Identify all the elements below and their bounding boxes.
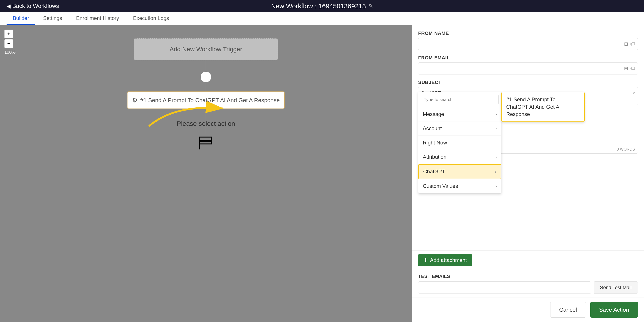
- test-emails-section: TEST EMAILS Send Test Mail: [412, 270, 644, 297]
- menu-item-attribution-label: Attribution: [423, 154, 446, 160]
- back-label: Back to Workflows: [12, 3, 59, 10]
- menu-item-right-now-label: Right Now: [423, 140, 447, 146]
- from-name-icons: ⊞ 🏷: [624, 41, 635, 47]
- action-label: #1 Send A Prompt To ChatGPT AI And Get A…: [140, 97, 280, 104]
- add-attachment-label: Add attachment: [430, 257, 467, 263]
- title-text: New Workflow : 1694501369213: [271, 3, 366, 10]
- zoom-in-button[interactable]: +: [4, 30, 13, 38]
- menu-chevron-message: ›: [496, 112, 497, 117]
- from-name-label: FROM NAME: [418, 31, 638, 36]
- canvas-area: + − 100% Add New Workflow Trigger + ⚙ #1…: [0, 25, 412, 322]
- menu-item-attribution[interactable]: Attribution ›: [418, 150, 501, 164]
- zoom-out-button[interactable]: −: [4, 39, 13, 48]
- test-emails-label: TEST EMAILS: [418, 273, 638, 279]
- send-test-mail-button[interactable]: Send Test Mail: [594, 281, 638, 294]
- add-node-button[interactable]: +: [200, 71, 212, 83]
- menu-item-chatgpt[interactable]: ChatGPT ›: [418, 164, 501, 179]
- variable-icon-2: ⊞: [624, 66, 628, 72]
- add-workflow-trigger-box[interactable]: Add New Workflow Trigger: [134, 38, 278, 60]
- connector-line-2: [206, 83, 206, 91]
- menu-item-account[interactable]: Account ›: [418, 121, 501, 136]
- menu-item-custom-values-label: Custom Values: [423, 183, 458, 189]
- tag-icon-2: 🏷: [630, 66, 635, 72]
- connector-line-1: [206, 60, 206, 71]
- attachment-icon: ⬆: [424, 257, 428, 263]
- subject-bar-right: ×: [632, 90, 635, 96]
- chatgpt-sub-menu: #1 Send A Prompt To ChatGPT AI And Get A…: [502, 92, 585, 122]
- tab-enrollment-history[interactable]: Enrollment History: [70, 12, 125, 25]
- connector-line-3: [206, 109, 206, 120]
- sub-menu-label: #1 Send A Prompt To ChatGPT AI And Get A…: [506, 96, 578, 118]
- menu-item-message-label: Message: [423, 111, 444, 117]
- save-label: Save Action: [599, 306, 629, 313]
- attachment-section: ⬆ Add attachment: [412, 250, 644, 270]
- menu-item-right-now[interactable]: Right Now ›: [418, 136, 501, 150]
- trigger-label: Add New Workflow Trigger: [170, 46, 242, 53]
- words-count: 0 WORDS: [616, 147, 635, 152]
- menu-chevron-attribution: ›: [496, 155, 497, 159]
- right-panel: FROM NAME ⊞ 🏷 FROM EMAIL ⊞ 🏷: [412, 25, 644, 322]
- from-email-input[interactable]: ⊞ 🏷: [418, 63, 638, 75]
- workflow-title: New Workflow : 1694501369213 ✎: [271, 3, 373, 10]
- send-test-label: Send Test Mail: [600, 285, 632, 290]
- header: ◀ Back to Workflows New Workflow : 16945…: [0, 0, 644, 12]
- gear-icon: ⚙: [132, 97, 138, 104]
- menu-chevron-account: ›: [496, 126, 497, 131]
- finish-flag-icon: ⛿: [198, 134, 214, 152]
- cancel-label: Cancel: [559, 306, 577, 313]
- menu-chevron-custom-values: ›: [496, 184, 497, 188]
- save-action-button[interactable]: Save Action: [590, 302, 638, 317]
- tag-icon: 🏷: [630, 41, 635, 47]
- from-email-field-group: FROM EMAIL ⊞ 🏷: [418, 55, 638, 75]
- search-input[interactable]: [421, 95, 498, 104]
- zoom-controls: + − 100%: [4, 30, 16, 55]
- sub-menu-item-chatgpt-prompt[interactable]: #1 Send A Prompt To ChatGPT AI And Get A…: [506, 96, 580, 118]
- menu-item-custom-values[interactable]: Custom Values ›: [418, 179, 501, 193]
- workflow-container: Add New Workflow Trigger + ⚙ #1 Send A P…: [127, 38, 285, 152]
- action-node-box[interactable]: ⚙ #1 Send A Prompt To ChatGPT AI And Get…: [127, 91, 285, 109]
- test-email-input[interactable]: [418, 281, 591, 294]
- search-box: [418, 92, 501, 107]
- variable-icon: ⊞: [624, 41, 628, 47]
- from-name-field-group: FROM NAME ⊞ 🏷: [418, 31, 638, 50]
- sub-menu-chevron: ›: [578, 104, 580, 110]
- menu-item-message[interactable]: Message ›: [418, 107, 501, 121]
- back-button[interactable]: ◀ Back to Workflows: [6, 3, 59, 10]
- subject-dropdown-menu: Message › Account › Right Now › Attribut…: [418, 92, 502, 194]
- edit-icon[interactable]: ✎: [369, 3, 373, 9]
- from-email-label: FROM EMAIL: [418, 55, 638, 61]
- menu-item-chatgpt-label: ChatGPT: [423, 169, 445, 175]
- tab-execution-logs[interactable]: Execution Logs: [127, 12, 175, 25]
- close-icon[interactable]: ×: [632, 90, 635, 96]
- plus-icon: +: [204, 73, 208, 81]
- zoom-level-label: 100%: [4, 50, 16, 55]
- tab-settings[interactable]: Settings: [37, 12, 68, 25]
- menu-chevron-right-now: ›: [496, 141, 497, 145]
- tab-builder[interactable]: Builder: [6, 12, 35, 25]
- select-action-text: Please select action: [177, 120, 235, 127]
- cancel-button[interactable]: Cancel: [550, 302, 586, 317]
- from-name-input[interactable]: ⊞ 🏷: [418, 38, 638, 50]
- subject-label: SUBJECT: [418, 80, 638, 85]
- subject-field-group: SUBJECT ChatGPT > × Message ›: [418, 80, 638, 99]
- menu-chevron-chatgpt: ›: [495, 169, 496, 174]
- add-attachment-button[interactable]: ⬆ Add attachment: [418, 254, 472, 266]
- from-email-icons: ⊞ 🏷: [624, 66, 635, 72]
- back-arrow-icon: ◀: [6, 3, 10, 9]
- panel-scroll-area: FROM NAME ⊞ 🏷 FROM EMAIL ⊞ 🏷: [412, 25, 644, 250]
- tab-bar: Builder Settings Enrollment History Exec…: [0, 12, 644, 25]
- menu-item-account-label: Account: [423, 125, 442, 132]
- connector-line-4: [206, 127, 206, 134]
- panel-footer: Cancel Save Action: [412, 297, 644, 322]
- main-area: + − 100% Add New Workflow Trigger + ⚙ #1…: [0, 25, 644, 322]
- test-email-row: Send Test Mail: [418, 281, 638, 294]
